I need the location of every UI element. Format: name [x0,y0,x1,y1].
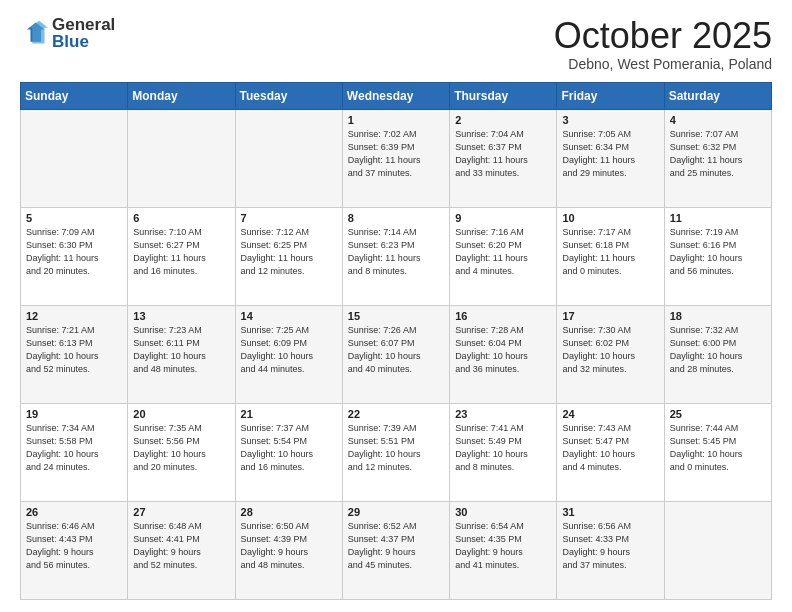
calendar-cell: 10Sunrise: 7:17 AM Sunset: 6:18 PM Dayli… [557,207,664,305]
calendar-title: October 2025 [554,16,772,56]
calendar-cell: 20Sunrise: 7:35 AM Sunset: 5:56 PM Dayli… [128,403,235,501]
calendar-cell: 5Sunrise: 7:09 AM Sunset: 6:30 PM Daylig… [21,207,128,305]
calendar-cell: 9Sunrise: 7:16 AM Sunset: 6:20 PM Daylig… [450,207,557,305]
day-info: Sunrise: 6:56 AM Sunset: 4:33 PM Dayligh… [562,520,658,572]
calendar-table: Sunday Monday Tuesday Wednesday Thursday… [20,82,772,600]
day-number: 20 [133,408,229,420]
day-number: 3 [562,114,658,126]
calendar-cell: 1Sunrise: 7:02 AM Sunset: 6:39 PM Daylig… [342,109,449,207]
day-number: 19 [26,408,122,420]
calendar-cell: 24Sunrise: 7:43 AM Sunset: 5:47 PM Dayli… [557,403,664,501]
calendar-cell: 13Sunrise: 7:23 AM Sunset: 6:11 PM Dayli… [128,305,235,403]
logo-text: General Blue [52,16,115,50]
day-info: Sunrise: 7:39 AM Sunset: 5:51 PM Dayligh… [348,422,444,474]
header-wednesday: Wednesday [342,82,449,109]
week-row-0: 1Sunrise: 7:02 AM Sunset: 6:39 PM Daylig… [21,109,772,207]
day-info: Sunrise: 7:44 AM Sunset: 5:45 PM Dayligh… [670,422,766,474]
calendar-cell: 12Sunrise: 7:21 AM Sunset: 6:13 PM Dayli… [21,305,128,403]
day-number: 8 [348,212,444,224]
day-info: Sunrise: 7:41 AM Sunset: 5:49 PM Dayligh… [455,422,551,474]
day-number: 16 [455,310,551,322]
day-number: 7 [241,212,337,224]
day-number: 27 [133,506,229,518]
day-info: Sunrise: 7:30 AM Sunset: 6:02 PM Dayligh… [562,324,658,376]
calendar-cell [21,109,128,207]
day-info: Sunrise: 6:48 AM Sunset: 4:41 PM Dayligh… [133,520,229,572]
week-row-3: 19Sunrise: 7:34 AM Sunset: 5:58 PM Dayli… [21,403,772,501]
calendar-cell: 19Sunrise: 7:34 AM Sunset: 5:58 PM Dayli… [21,403,128,501]
calendar-cell: 22Sunrise: 7:39 AM Sunset: 5:51 PM Dayli… [342,403,449,501]
day-info: Sunrise: 7:14 AM Sunset: 6:23 PM Dayligh… [348,226,444,278]
calendar-cell: 18Sunrise: 7:32 AM Sunset: 6:00 PM Dayli… [664,305,771,403]
day-number: 14 [241,310,337,322]
calendar-location: Debno, West Pomerania, Poland [554,56,772,72]
day-info: Sunrise: 7:34 AM Sunset: 5:58 PM Dayligh… [26,422,122,474]
day-info: Sunrise: 7:32 AM Sunset: 6:00 PM Dayligh… [670,324,766,376]
page: General Blue October 2025 Debno, West Po… [0,0,792,612]
calendar-cell: 30Sunrise: 6:54 AM Sunset: 4:35 PM Dayli… [450,501,557,599]
calendar-cell: 6Sunrise: 7:10 AM Sunset: 6:27 PM Daylig… [128,207,235,305]
day-number: 28 [241,506,337,518]
calendar-cell: 16Sunrise: 7:28 AM Sunset: 6:04 PM Dayli… [450,305,557,403]
calendar-cell: 8Sunrise: 7:14 AM Sunset: 6:23 PM Daylig… [342,207,449,305]
calendar-cell: 31Sunrise: 6:56 AM Sunset: 4:33 PM Dayli… [557,501,664,599]
day-number: 31 [562,506,658,518]
calendar-cell: 2Sunrise: 7:04 AM Sunset: 6:37 PM Daylig… [450,109,557,207]
day-number: 9 [455,212,551,224]
weekday-header-row: Sunday Monday Tuesday Wednesday Thursday… [21,82,772,109]
header-saturday: Saturday [664,82,771,109]
week-row-2: 12Sunrise: 7:21 AM Sunset: 6:13 PM Dayli… [21,305,772,403]
logo-icon [20,19,48,47]
header-thursday: Thursday [450,82,557,109]
day-number: 1 [348,114,444,126]
day-info: Sunrise: 7:07 AM Sunset: 6:32 PM Dayligh… [670,128,766,180]
day-number: 30 [455,506,551,518]
day-info: Sunrise: 7:23 AM Sunset: 6:11 PM Dayligh… [133,324,229,376]
week-row-1: 5Sunrise: 7:09 AM Sunset: 6:30 PM Daylig… [21,207,772,305]
day-info: Sunrise: 7:04 AM Sunset: 6:37 PM Dayligh… [455,128,551,180]
day-number: 4 [670,114,766,126]
day-number: 24 [562,408,658,420]
day-info: Sunrise: 6:46 AM Sunset: 4:43 PM Dayligh… [26,520,122,572]
calendar-cell: 14Sunrise: 7:25 AM Sunset: 6:09 PM Dayli… [235,305,342,403]
calendar-cell: 4Sunrise: 7:07 AM Sunset: 6:32 PM Daylig… [664,109,771,207]
calendar-cell [664,501,771,599]
day-info: Sunrise: 7:09 AM Sunset: 6:30 PM Dayligh… [26,226,122,278]
calendar-cell: 21Sunrise: 7:37 AM Sunset: 5:54 PM Dayli… [235,403,342,501]
day-info: Sunrise: 7:21 AM Sunset: 6:13 PM Dayligh… [26,324,122,376]
calendar-cell: 11Sunrise: 7:19 AM Sunset: 6:16 PM Dayli… [664,207,771,305]
calendar-cell: 23Sunrise: 7:41 AM Sunset: 5:49 PM Dayli… [450,403,557,501]
header-monday: Monday [128,82,235,109]
calendar-cell [128,109,235,207]
calendar-cell: 27Sunrise: 6:48 AM Sunset: 4:41 PM Dayli… [128,501,235,599]
day-info: Sunrise: 7:43 AM Sunset: 5:47 PM Dayligh… [562,422,658,474]
day-number: 17 [562,310,658,322]
day-number: 25 [670,408,766,420]
day-number: 6 [133,212,229,224]
day-info: Sunrise: 6:52 AM Sunset: 4:37 PM Dayligh… [348,520,444,572]
day-info: Sunrise: 7:25 AM Sunset: 6:09 PM Dayligh… [241,324,337,376]
calendar-cell: 3Sunrise: 7:05 AM Sunset: 6:34 PM Daylig… [557,109,664,207]
calendar-cell: 17Sunrise: 7:30 AM Sunset: 6:02 PM Dayli… [557,305,664,403]
logo-blue-text: Blue [52,33,115,50]
day-number: 26 [26,506,122,518]
day-number: 22 [348,408,444,420]
day-number: 18 [670,310,766,322]
day-number: 13 [133,310,229,322]
title-block: October 2025 Debno, West Pomerania, Pola… [554,16,772,72]
logo: General Blue [20,16,115,50]
day-number: 5 [26,212,122,224]
header-sunday: Sunday [21,82,128,109]
logo-general-text: General [52,16,115,33]
day-number: 12 [26,310,122,322]
day-info: Sunrise: 7:12 AM Sunset: 6:25 PM Dayligh… [241,226,337,278]
day-info: Sunrise: 7:02 AM Sunset: 6:39 PM Dayligh… [348,128,444,180]
day-info: Sunrise: 7:26 AM Sunset: 6:07 PM Dayligh… [348,324,444,376]
day-number: 15 [348,310,444,322]
day-number: 29 [348,506,444,518]
day-number: 2 [455,114,551,126]
calendar-cell: 26Sunrise: 6:46 AM Sunset: 4:43 PM Dayli… [21,501,128,599]
day-number: 21 [241,408,337,420]
day-info: Sunrise: 7:35 AM Sunset: 5:56 PM Dayligh… [133,422,229,474]
header: General Blue October 2025 Debno, West Po… [20,16,772,72]
